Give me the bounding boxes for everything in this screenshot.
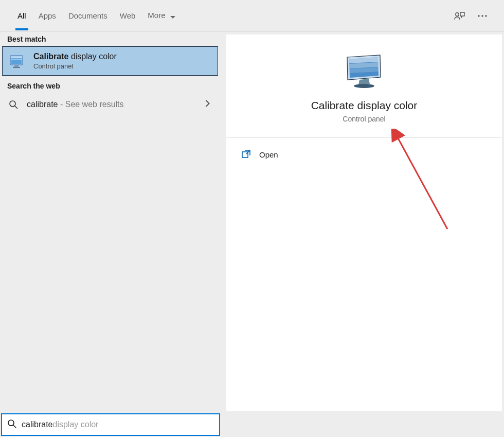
tab-documents[interactable]: Documents (62, 1, 114, 30)
chevron-down-icon (170, 12, 175, 21)
best-match-title: Calibrate display color (33, 52, 117, 61)
tab-apps[interactable]: Apps (32, 1, 62, 30)
web-result-item[interactable]: calibrate - See web results (0, 93, 220, 116)
search-input[interactable]: calibrate display color (1, 413, 220, 436)
open-label: Open (259, 150, 278, 159)
search-ghost-suggestion: display color (52, 420, 98, 429)
control-panel-icon (9, 53, 26, 70)
svg-rect-7 (11, 59, 22, 60)
best-match-subtitle: Control panel (33, 62, 117, 70)
more-options-icon[interactable] (471, 5, 494, 27)
open-action[interactable]: Open (226, 138, 502, 171)
search-icon (7, 100, 20, 109)
web-result-text: calibrate - See web results (27, 100, 124, 109)
search-typed-text: calibrate (22, 420, 52, 429)
svg-point-0 (456, 12, 459, 15)
search-icon (7, 419, 16, 430)
tab-all[interactable]: All (11, 1, 32, 30)
svg-point-2 (481, 15, 483, 16)
svg-point-10 (10, 101, 15, 107)
svg-point-3 (485, 15, 487, 16)
best-match-result[interactable]: Calibrate display color Control panel (2, 46, 218, 76)
svg-line-11 (15, 106, 17, 109)
detail-subtitle: Control panel (237, 115, 492, 123)
feedback-icon[interactable] (448, 5, 471, 27)
tab-web[interactable]: Web (114, 1, 142, 30)
svg-point-1 (478, 15, 479, 16)
svg-point-12 (354, 84, 374, 88)
svg-rect-6 (11, 57, 22, 58)
svg-line-15 (13, 425, 16, 428)
open-icon (242, 149, 251, 160)
chevron-right-icon (205, 100, 213, 109)
search-tabs-bar: All Apps Documents Web More (0, 0, 504, 32)
best-match-label: Best match (0, 32, 220, 46)
tab-more[interactable]: More (141, 1, 181, 31)
results-panel: Best match Calibrate display color Contr… (0, 32, 220, 411)
detail-title: Calibrate display color (237, 99, 492, 112)
svg-point-14 (8, 420, 14, 426)
svg-rect-9 (13, 67, 20, 68)
detail-panel: Calibrate display color Control panel Op… (226, 34, 502, 411)
monitor-icon (344, 54, 384, 90)
tab-more-label: More (148, 11, 165, 20)
svg-rect-8 (14, 65, 19, 67)
search-web-label: Search the web (0, 79, 220, 93)
